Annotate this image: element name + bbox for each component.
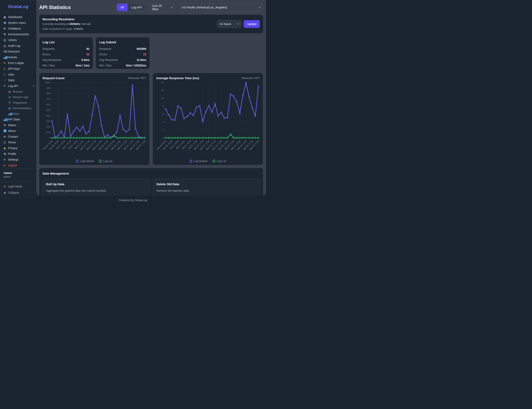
stat-value: 90: [86, 53, 90, 56]
dm-card-title: Roll Up Data: [46, 182, 146, 186]
stat-value: 28: [143, 53, 146, 56]
sidebar-subitem-stats[interactable]: ▄▇Stats: [0, 111, 36, 117]
about-icon: i: [3, 129, 6, 132]
activity-icon: ▄▇: [3, 56, 8, 59]
svg-text:4: 4: [162, 121, 164, 123]
contact-icon: ✉: [3, 135, 8, 138]
tab-all[interactable]: All: [117, 4, 128, 11]
svg-text:2: 2: [162, 129, 164, 131]
stat-row-avg-response: Avg Response0.0ms: [43, 57, 90, 63]
log-api-icon: ✎: [3, 84, 8, 88]
sidebar-item-label: Settings: [8, 158, 19, 161]
recording-interval-line: Currently recording at 24h0m0s intervals: [43, 22, 91, 26]
sidebar-subitem-label: Browser: [13, 90, 23, 93]
sessions-icon: ⌨: [3, 50, 8, 53]
page-title: API Statistics: [39, 5, 113, 10]
sidebar-item-status[interactable]: ⚒Status: [0, 122, 36, 128]
stat-row-errors: Errors90: [43, 52, 90, 57]
privacy-icon: ◉: [3, 147, 8, 150]
sidebar-item-api-stats[interactable]: ▄▇API Stats: [0, 117, 36, 122]
sidebar-item-terms[interactable]: ☰Terms: [0, 139, 36, 145]
update-button[interactable]: Update: [244, 20, 260, 28]
recent-logs-icon: ◷: [9, 96, 13, 99]
sidebar-item-label: API Keys: [8, 67, 20, 70]
sidebar-item-contact[interactable]: ✉Contact: [0, 134, 36, 139]
sidebar-subitem-browser[interactable]: ▥Browser: [0, 89, 36, 94]
sidebar-collapse-button[interactable]: ◀Collapse: [0, 190, 36, 196]
recording-interval-prefix: Currently recording at: [43, 22, 69, 26]
stat-row-requests: Requests91: [43, 46, 90, 52]
timezone-select[interactable]: US Pacific (America/Los_Angeles): [179, 3, 263, 11]
sidebar-item-logout[interactable]: ▮Logout: [0, 163, 36, 168]
chart-card-average-response-time-ms: Average Response Time (ms)Timezone: PDT0…: [153, 73, 263, 165]
charts-row: Request CountTimezone: PDT01002003004005…: [39, 73, 263, 165]
stat-row-min-max: Min / Max0ms / 10322ms: [99, 63, 146, 68]
sidebar-item-label: Jobs: [8, 73, 14, 76]
sidebar-item-audit-log[interactable]: ▥Audit Log: [0, 43, 36, 49]
sidebar-subitem-playground[interactable]: ⚗Playground: [0, 100, 36, 105]
stats-icon: ↗: [3, 79, 8, 82]
legend-item-log-list[interactable]: Log List: [213, 160, 226, 163]
announcements-icon: ⚑: [3, 33, 8, 36]
recording-resolution-card: Recording Resolution Currently recording…: [39, 15, 263, 33]
sidebar-item-jobs[interactable]: ⚡Jobs: [0, 72, 36, 77]
date-range-value: Last 30 days: [152, 4, 169, 11]
user-display-name: Admin: [3, 172, 33, 174]
interval-select[interactable]: 24 hours: [217, 20, 242, 28]
sidebar-item-label: Profile: [8, 152, 16, 155]
legend-item-log-submit[interactable]: Log Submit: [76, 160, 94, 163]
page-footer: Powered by StrataLog: [0, 196, 266, 204]
sidebar-item-sessions[interactable]: ⌨Sessions: [0, 49, 36, 54]
stat-label: Errors: [99, 53, 107, 56]
stat-label: Min / Max: [43, 64, 55, 67]
sidebar-item-announcements[interactable]: ⚑Announcements: [0, 31, 36, 37]
sidebar-item-about[interactable]: iAbout: [0, 128, 36, 134]
legend-swatch-icon: [76, 160, 79, 163]
user-username: admin: [3, 175, 33, 178]
sidebar-item-label: Terms: [8, 141, 16, 144]
legend-label: Log Submit: [80, 160, 94, 163]
sidebar-item-error-ledger[interactable]: ✎Error Ledger: [0, 60, 36, 66]
sidebar-item-label: Logout: [8, 164, 17, 167]
date-range-select[interactable]: Last 30 days: [149, 3, 175, 11]
sidebar-item-stats[interactable]: ↗Stats: [0, 77, 36, 83]
library-icon: ▤: [3, 38, 8, 42]
sidebar-item-profile[interactable]: ☻Profile: [0, 151, 36, 157]
sidebar-item-privacy[interactable]: ◉Privacy: [0, 145, 36, 151]
sidebar-item-dashboard[interactable]: ▦Dashboard: [0, 14, 36, 20]
sidebar-subitem-documentation[interactable]: ▤Documentation: [0, 105, 36, 111]
sidebar-item-system-users[interactable]: ☻System Users: [0, 20, 36, 26]
stat-label: Requests: [99, 47, 111, 50]
sidebar-item-activity[interactable]: ▄▇Activity: [0, 54, 36, 60]
stats-bars-icon: ▄▇: [9, 112, 13, 115]
jobs-icon: ⚡: [3, 73, 8, 76]
stat-row-avg-response: Avg Response11.6ms: [99, 57, 146, 63]
sidebar-footer-label: Light Mode: [8, 185, 22, 188]
chart-card-request-count: Request CountTimezone: PDT01002003004005…: [39, 73, 149, 165]
sidebar-submenu-log-api: ▥Browser◷Recent Logs⚗Playground▤Document…: [0, 89, 36, 117]
sidebar-item-settings[interactable]: ⚙Settings: [0, 157, 36, 163]
app-logo: StrataLog: [0, 2, 36, 12]
sidebar-item-label: Invitations: [8, 27, 21, 30]
sidebar-subitem-recent-logs[interactable]: ◷Recent Logs: [0, 94, 36, 100]
stat-value: 0.0ms: [81, 58, 90, 62]
sidebar-subitem-label: Recent Logs: [13, 96, 28, 99]
stat-value: 602684: [137, 47, 146, 50]
sidebar-light-mode-button[interactable]: ☀Light Mode: [0, 183, 36, 190]
sidebar-item-api-keys[interactable]: ⚷API Keys: [0, 66, 36, 72]
legend-item-log-list[interactable]: Log List: [99, 160, 113, 163]
svg-text:800: 800: [47, 92, 50, 95]
chart-legend: Log SubmitLog List: [43, 159, 146, 163]
sidebar-item-label: Dashboard: [8, 15, 22, 19]
playground-icon: ⚗: [9, 101, 13, 104]
tab-log-api[interactable]: Log API: [128, 4, 145, 11]
sidebar-item-invitations[interactable]: ✉Invitations: [0, 26, 36, 31]
sidebar-item-library[interactable]: ▤Library: [0, 37, 36, 43]
dm-card-description: Aggregate fine-grained data into coarser…: [46, 189, 146, 192]
sidebar-footer-label: Collapse: [8, 191, 19, 194]
sidebar-item-log-api[interactable]: ✎Log API▾: [0, 83, 36, 89]
stat-row-requests: Requests602684: [99, 46, 146, 52]
data-management-title: Data Management: [43, 172, 260, 175]
chart-title: Request Count: [43, 76, 65, 80]
legend-item-log-submit[interactable]: Log Submit: [190, 160, 207, 163]
